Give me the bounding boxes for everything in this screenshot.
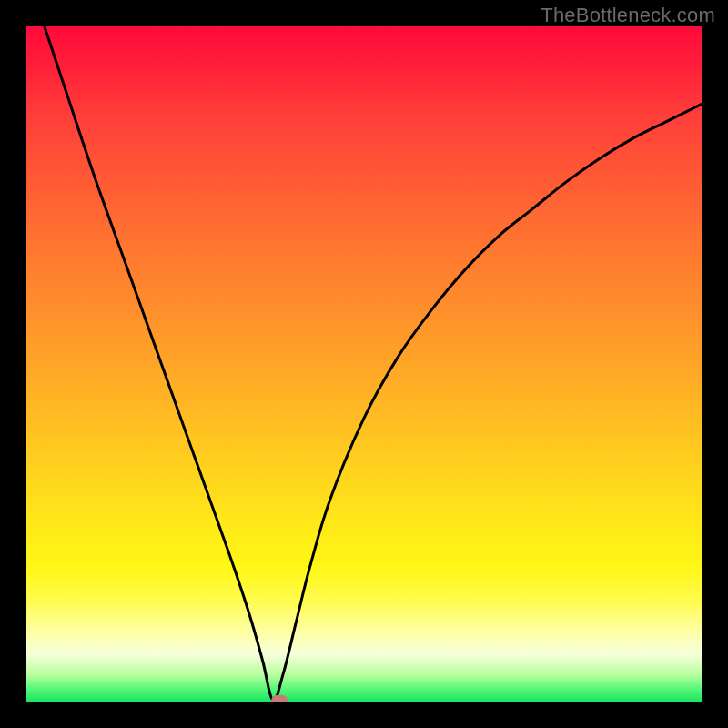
minimum-marker <box>271 695 288 702</box>
watermark-text: TheBottleneck.com <box>541 4 715 27</box>
chart-frame: TheBottleneck.com <box>0 0 728 728</box>
bottleneck-curve <box>26 26 702 702</box>
plot-area <box>26 26 702 702</box>
